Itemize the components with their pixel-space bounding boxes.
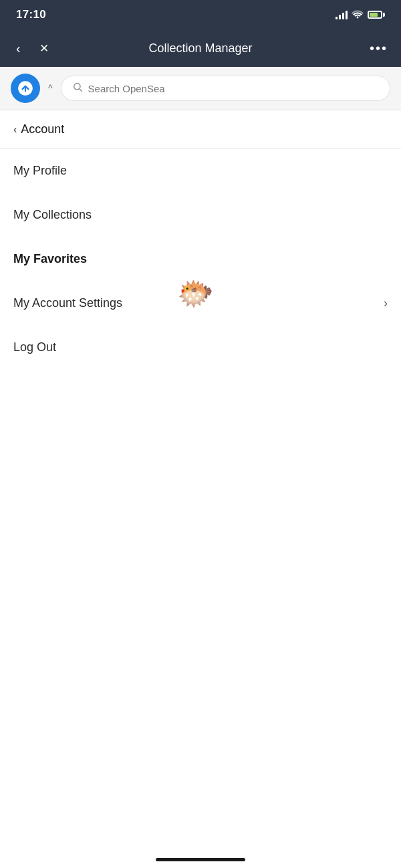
menu-list: My Profile My Collections My Favorites M… xyxy=(0,149,401,370)
battery-icon xyxy=(368,11,385,19)
menu-item-my-collections[interactable]: My Collections xyxy=(0,193,401,237)
nav-bar: ‹ ✕ Collection Manager ••• xyxy=(0,29,401,67)
status-bar: 17:10 xyxy=(0,0,401,29)
search-icon xyxy=(72,82,83,95)
svg-line-1 xyxy=(80,89,82,92)
back-button[interactable]: ‹ xyxy=(13,38,23,59)
logo-dropdown-chevron[interactable]: ^ xyxy=(48,83,53,94)
menu-item-label-my-profile: My Profile xyxy=(13,164,67,178)
account-label: Account xyxy=(21,122,64,136)
close-button[interactable]: ✕ xyxy=(37,39,51,58)
menu-item-my-profile[interactable]: My Profile xyxy=(0,149,401,193)
settings-chevron-right: › xyxy=(384,296,388,310)
svg-point-0 xyxy=(74,84,80,90)
menu-item-label-log-out: Log Out xyxy=(13,340,56,354)
menu-item-my-account-settings[interactable]: My Account Settings 🐡 › xyxy=(0,282,401,326)
account-back-chevron: ‹ xyxy=(13,124,17,136)
wifi-icon xyxy=(352,9,364,21)
main-content: ‹ Account My Profile My Collections My F… xyxy=(0,110,401,868)
nav-left-buttons: ‹ ✕ xyxy=(13,38,51,59)
account-back-link[interactable]: ‹ Account xyxy=(0,110,401,148)
home-indicator xyxy=(156,858,245,861)
browser-bar: ^ xyxy=(0,67,401,110)
sticker-emoji: 🐡 xyxy=(177,276,214,311)
search-bar[interactable] xyxy=(61,76,390,101)
page-title: Collection Manager xyxy=(148,41,252,56)
menu-item-label-my-favorites: My Favorites xyxy=(13,252,87,266)
menu-item-label-my-collections: My Collections xyxy=(13,208,92,222)
menu-item-label-my-account-settings: My Account Settings xyxy=(13,296,122,310)
status-icons xyxy=(336,9,385,21)
opensea-logo[interactable] xyxy=(11,74,40,103)
status-time: 17:10 xyxy=(16,8,46,21)
search-input[interactable] xyxy=(88,83,379,94)
signal-icon xyxy=(336,10,348,19)
more-button[interactable]: ••• xyxy=(370,41,388,56)
menu-item-my-favorites[interactable]: My Favorites xyxy=(0,237,401,282)
menu-item-log-out[interactable]: Log Out xyxy=(0,326,401,370)
